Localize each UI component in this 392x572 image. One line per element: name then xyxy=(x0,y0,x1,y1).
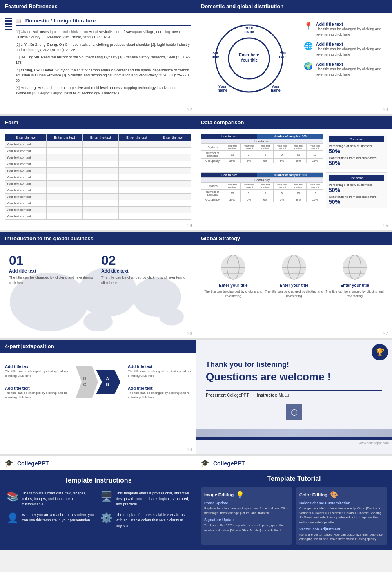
concerns-box-2: Concerns Percentage of new customers 50%… xyxy=(326,172,387,208)
svg-text:C: C xyxy=(83,382,86,387)
global-item-1: 01 Add title text The title can be chang… xyxy=(9,254,95,285)
instr-item-2: 🖥️ This template offers a professional, … xyxy=(100,491,189,507)
ref-item-1: [1] Chang Rui. Investigation and Thinkin… xyxy=(16,29,191,40)
table-row: Your text content xyxy=(5,213,191,220)
tutorial-color-title: Color Editing xyxy=(299,492,327,497)
dist-item-2-body: The title can be changed by clicking and… xyxy=(316,47,384,57)
domestic-distribution-title: Domestic and global distribution xyxy=(201,3,283,9)
instr-item-1: 📚 The template's chart data, text, shape… xyxy=(7,491,96,507)
svg-text:D: D xyxy=(83,376,86,381)
presenter-label: Presenter: xyxy=(206,393,226,398)
dist-item-2-title: Add title text xyxy=(316,42,384,47)
data-grid-2: How to buyNumber of samples: 100 How to … xyxy=(201,172,387,208)
four-left-items: Add title text The title can be changed … xyxy=(5,364,68,400)
dist-item-1-title: Add title text xyxy=(316,22,384,27)
diamond-svg: D C A B xyxy=(71,358,125,407)
ref-item-3: [3] He Ling xiu. Read the history of the… xyxy=(16,55,191,65)
globe-icon-sm: 🌐 xyxy=(304,42,313,51)
globe-icon-1 xyxy=(204,253,263,283)
page-number-25: 25 xyxy=(383,223,388,228)
strategy-item-2-body: The title can be changed by clicking and… xyxy=(265,289,323,298)
circle-diagram-container: Your name Your name Your name Your name … xyxy=(201,18,297,99)
global-strategy-title: Global Strategy xyxy=(201,235,240,241)
strategy-item-1: Enter your title The title can be change… xyxy=(204,253,263,298)
data-table-2: How to buyNumber of samples: 100 How to … xyxy=(201,172,323,202)
global-strategy-panel: Global Strategy Enter your title The tit… xyxy=(196,232,392,338)
books-icon: 📚 xyxy=(7,491,19,502)
form-header: Form xyxy=(0,116,196,129)
svg-text:name: name xyxy=(279,55,286,59)
svg-point-17 xyxy=(83,312,113,331)
table-row: Your text content xyxy=(5,200,191,207)
tutorial-color-editing: Color Editing 🎨 Color Scheme Customizati… xyxy=(296,487,387,545)
bottom-bar xyxy=(196,437,392,440)
form-panel: Form Enter the text Enter the text Enter… xyxy=(0,116,196,230)
thank-you-body: 🏆 Thank you for listening! Questions are… xyxy=(196,340,392,425)
signature-update-label: Signature Update xyxy=(204,518,289,522)
presenter-row: Presenter: CollegePPT Instructor: Mr.Lu xyxy=(206,390,382,398)
instructor-label: Instructor: xyxy=(257,393,278,398)
four-part-panel: 4-part juxtaposition Add title text The … xyxy=(0,340,196,454)
thank-you-line1: Thank you for listening! xyxy=(206,360,382,369)
photo-update-label: Photo Update xyxy=(204,501,289,505)
instructions-title: Template Instructions xyxy=(7,477,189,484)
color-scheme-text: Change the slide's color scheme easily. … xyxy=(299,506,384,525)
data-comparison-body: How to buyNumber of samples: 100 How to … xyxy=(196,129,392,213)
data-comparison-panel: Data comparison How to buyNumber of samp… xyxy=(196,116,392,230)
data-comparison-header: Data comparison xyxy=(196,116,392,129)
ref-item-4: [4] Xi Ying, CAI Li letter. Study on the… xyxy=(16,68,191,83)
form-body: Enter the text Enter the text Enter the … xyxy=(0,129,196,225)
four-part-header: 4-part juxtaposition xyxy=(0,340,196,353)
form-col-1: Enter the text xyxy=(5,134,47,141)
lightbulb-icon: 💡 xyxy=(236,491,244,498)
svg-text:name: name xyxy=(244,29,254,34)
vector-icon-label: Vector Icon Adjustment xyxy=(299,527,384,531)
tutorial-image-title: Image Editing xyxy=(204,492,234,497)
palette-icon: 🎨 xyxy=(330,491,338,498)
svg-marker-35 xyxy=(96,370,120,394)
ref-subtitle: 📖 Domestic / foreign literature xyxy=(16,18,191,26)
tutorial-color-header: Color Editing 🎨 xyxy=(299,491,384,498)
old-customers-2: Contributions from old customers 50% xyxy=(329,195,384,205)
form-col-2: Enter the text xyxy=(47,134,82,141)
instr-item-4: ⚙️ The template features scalable SVG ic… xyxy=(100,512,189,529)
global-business-body: 01 Add title text The title can be chang… xyxy=(0,245,196,335)
college-logo-icon-2: 🎓 xyxy=(201,459,209,467)
concerns-box-1: Concerns Percentage of new customers 50%… xyxy=(326,134,387,169)
gear-icon: ⚙️ xyxy=(100,512,113,524)
page-number-27: 27 xyxy=(383,331,388,336)
global-business-panel: Introduction to the global business 01 A… xyxy=(0,232,196,338)
trophy-icon: 🏆 xyxy=(375,348,384,357)
table-row: Your text content xyxy=(5,161,191,168)
four-item-bl: Add title text The title can be changed … xyxy=(5,386,68,400)
global-item-2: 02 Add title text The title can be chang… xyxy=(101,254,187,285)
globe-icon-3 xyxy=(325,253,384,283)
tutorial-body: Template Tutorial Image Editing 💡 Photo … xyxy=(196,470,392,550)
global-item-2-title: Add title text xyxy=(101,268,187,273)
global-item-1-body: The title can be changed by clicking and… xyxy=(9,275,95,285)
data-grid-1: How to buyNumber of samples: 100 How to … xyxy=(201,134,387,169)
tutorial-image-header: Image Editing 💡 xyxy=(204,491,289,498)
strategy-items-grid: Enter your title The title can be change… xyxy=(201,250,387,302)
table-row: Your text content xyxy=(5,181,191,187)
global-num-2: 02 xyxy=(101,254,187,267)
thank-you-text: Thank you for listening! Questions are w… xyxy=(206,360,382,383)
college-ppt-logo-1: CollegePPT xyxy=(17,460,49,467)
wave-decoration xyxy=(196,429,392,437)
domestic-distribution-header: Domestic and global distribution xyxy=(196,0,392,13)
decorative-stack: ⬡ xyxy=(206,404,382,420)
table-row: Your text content xyxy=(5,207,191,213)
domestic-distribution-panel: Domestic and global distribution Your na… xyxy=(196,0,392,114)
old-customers-1: Contributions from old customers 50% xyxy=(329,156,384,166)
instr-text-2: This template offers a professional, att… xyxy=(116,491,189,507)
ref-item-2: [2] Li Yi, Xu Zheng Zheng. On Chinese tr… xyxy=(16,42,191,52)
form-table: Enter the text Enter the text Enter the … xyxy=(5,134,191,220)
global-strategy-body: Enter your title The title can be change… xyxy=(196,245,392,306)
svg-text:name: name xyxy=(218,88,227,92)
form-col-3: Enter the text xyxy=(82,134,118,141)
svg-marker-34 xyxy=(76,366,98,398)
tutorial-image-editing: Image Editing 💡 Photo Update Replace tem… xyxy=(201,487,292,545)
featured-references-title: Featured References xyxy=(5,3,58,9)
presenter-field: Presenter: CollegePPT xyxy=(206,393,249,398)
location-icon: 📍 xyxy=(304,22,313,31)
